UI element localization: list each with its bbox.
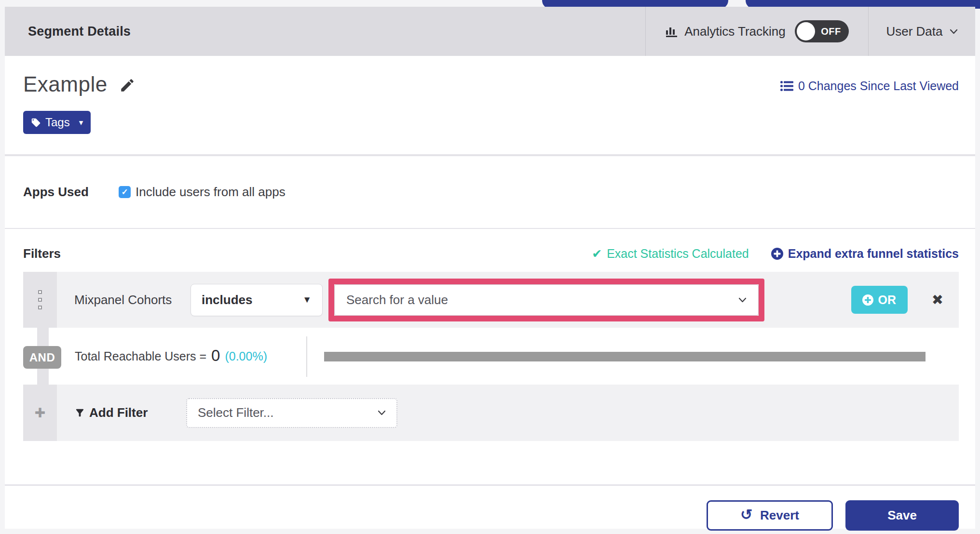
header-bar: Segment Details Analytics Tracking OFF	[5, 7, 975, 56]
page: Segment Details Analytics Tracking OFF	[0, 0, 980, 534]
tag-icon	[31, 118, 41, 128]
revert-arrow-icon: ↺	[740, 507, 752, 522]
filters-section: Filters ✔ Exact Statistics Calculated	[5, 246, 975, 484]
save-button[interactable]: Save	[845, 500, 959, 531]
checkbox-check-icon: ✓	[121, 187, 128, 197]
drag-handle-dot	[38, 290, 42, 294]
add-filter-label: Add Filter	[89, 405, 148, 420]
toggle-state-label: OFF	[821, 26, 841, 37]
add-filter-label-group: Add Filter	[74, 405, 169, 420]
apps-used-label: Apps Used	[23, 185, 119, 200]
chevron-down-icon	[378, 410, 386, 415]
changes-link-label: 0 Changes Since Last Viewed	[798, 79, 959, 93]
add-filter-plus[interactable]: ✚	[23, 385, 57, 441]
plus-circle-icon	[771, 248, 783, 260]
value-select-highlight: Search for a value	[328, 279, 764, 321]
tags-button[interactable]: Tags ▾	[23, 111, 91, 134]
include-all-apps-checkbox[interactable]: ✓	[119, 186, 131, 198]
reachable-users-value: 0	[211, 347, 220, 365]
operator-select[interactable]: includes ▼	[191, 284, 323, 316]
vertical-divider	[306, 336, 307, 377]
check-icon: ✔	[592, 247, 602, 261]
chevron-down-icon	[738, 297, 747, 303]
expand-funnel-statistics-link[interactable]: Expand extra funnel statistics	[771, 247, 959, 261]
reachable-users-label: Total Reachable Users =	[75, 349, 206, 363]
user-data-label: User Data	[886, 24, 942, 39]
or-button-label: OR	[878, 293, 896, 307]
reachable-users-row: AND Total Reachable Users = 0 (0.00%)	[23, 328, 959, 385]
remove-filter-icon[interactable]: ✖	[932, 293, 943, 307]
drag-handle[interactable]	[23, 272, 57, 328]
operator-value: includes	[202, 293, 252, 307]
add-filter-row: ✚ Add Filter Select Filter...	[23, 385, 959, 441]
save-button-label: Save	[887, 508, 917, 523]
filter-row: Mixpanel Cohorts includes ▼ Search for a…	[23, 272, 959, 328]
footer-actions: ↺ Revert Save	[5, 484, 975, 534]
filter-field-label: Mixpanel Cohorts	[74, 293, 191, 307]
select-filter-placeholder: Select Filter...	[198, 405, 274, 420]
plus-circle-icon	[862, 294, 873, 306]
tags-button-label: Tags	[45, 116, 70, 129]
analytics-tracking-label: Analytics Tracking	[684, 24, 786, 39]
segment-details-card: Segment Details Analytics Tracking OFF	[5, 7, 975, 529]
plus-icon: ✚	[35, 405, 46, 421]
changes-link[interactable]: 0 Changes Since Last Viewed	[780, 79, 959, 93]
section-divider	[5, 228, 975, 229]
include-all-apps-label: Include users from all apps	[136, 185, 286, 200]
change-log-list-icon	[780, 81, 793, 91]
exact-statistics-status: ✔ Exact Statistics Calculated	[592, 247, 749, 261]
caret-down-icon: ▼	[302, 294, 312, 305]
bar-chart-icon	[665, 26, 678, 38]
segment-name-section: Example	[5, 56, 975, 154]
user-data-dropdown[interactable]: User Data	[868, 7, 975, 56]
tags-caret-down-icon: ▾	[79, 118, 83, 128]
edit-pencil-icon[interactable]	[119, 77, 136, 93]
toggle-knob	[797, 22, 815, 40]
funnel-icon	[74, 407, 85, 418]
select-filter-dropdown[interactable]: Select Filter...	[186, 398, 397, 428]
filters-heading: Filters	[23, 246, 61, 261]
drag-handle-dot	[38, 298, 42, 302]
and-badge: AND	[23, 346, 61, 369]
revert-button[interactable]: ↺ Revert	[707, 500, 833, 531]
value-select[interactable]: Search for a value	[334, 284, 759, 316]
analytics-tracking-toggle[interactable]: OFF	[795, 20, 849, 42]
exact-statistics-label: Exact Statistics Calculated	[607, 247, 749, 261]
page-title: Segment Details	[5, 7, 645, 56]
segment-name: Example	[23, 72, 108, 96]
analytics-tracking-section: Analytics Tracking OFF	[645, 7, 868, 56]
revert-button-label: Revert	[760, 508, 799, 523]
reachable-users-percent: (0.00%)	[225, 349, 267, 363]
chevron-down-icon	[950, 29, 958, 34]
value-select-placeholder: Search for a value	[346, 293, 448, 307]
reachability-bar	[324, 352, 926, 361]
drag-handle-dot	[38, 306, 42, 309]
apps-used-section: Apps Used ✓ Include users from all apps	[5, 156, 975, 228]
expand-funnel-statistics-label: Expand extra funnel statistics	[788, 247, 959, 261]
add-or-button[interactable]: OR	[851, 286, 908, 314]
